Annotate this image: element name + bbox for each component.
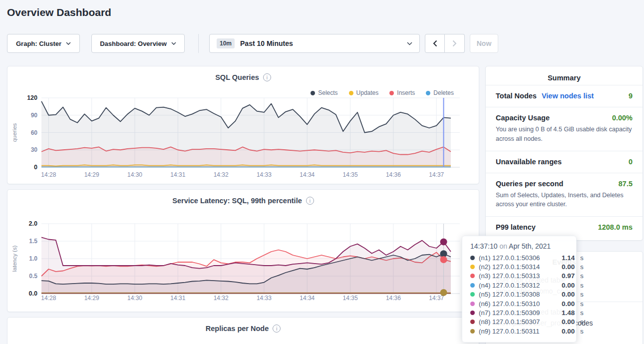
stat-value: 87.5 [619, 180, 633, 188]
svg-text:14:30: 14:30 [127, 295, 142, 302]
p99-latency-stat: P99 latency 1208.0 ms [486, 216, 643, 238]
controls-divider [198, 34, 199, 53]
tooltip-row: (n4) 127.0.0.1:503120.00s [470, 281, 568, 290]
series-color-dot [470, 329, 475, 334]
next-range-button[interactable] [445, 34, 465, 53]
sql-queries-chart[interactable]: 14:2814:2914:3014:3114:3214:3314:3414:35… [10, 88, 475, 181]
svg-text:14:30: 14:30 [127, 171, 142, 178]
chevron-down-icon [171, 42, 176, 45]
service-latency-chart[interactable]: 14:2814:2914:3014:3114:3214:3314:3414:35… [10, 214, 475, 305]
svg-text:14:32: 14:32 [214, 171, 229, 178]
svg-text:1.0: 1.0 [29, 255, 37, 262]
svg-text:14:33: 14:33 [257, 295, 272, 302]
total-nodes-stat: Total Nodes View nodes list 9 [486, 85, 643, 107]
svg-text:14:31: 14:31 [170, 171, 185, 178]
tooltip-row: (n8) 127.0.0.1:503070.00s [470, 318, 568, 327]
svg-text:1.5: 1.5 [29, 238, 37, 245]
svg-text:14:37: 14:37 [429, 295, 444, 302]
tooltip-value: 0.00 [562, 282, 575, 289]
series-color-dot [470, 320, 475, 324]
dashboard-dropdown[interactable]: Dashboard: Overview [91, 34, 185, 53]
chart-title: SQL Queries [215, 73, 259, 81]
tooltip-node-label: (n5) 127.0.0.1:50308 [479, 291, 558, 298]
series-color-dot [470, 283, 475, 288]
stat-description: Sum of Selects, Updates, Inserts, and De… [496, 191, 633, 210]
svg-text:90: 90 [31, 112, 38, 119]
stat-value: 0 [629, 158, 633, 166]
view-nodes-list-link[interactable]: View nodes list [542, 92, 594, 100]
stat-label: P99 latency [496, 223, 536, 231]
tooltip-unit: s [580, 282, 584, 289]
svg-text:14:32: 14:32 [214, 295, 229, 302]
tooltip-row: (n1) 127.0.0.1:503061.14s [470, 253, 568, 262]
tooltip-unit: s [580, 272, 584, 280]
tooltip-value: 0.00 [562, 300, 575, 308]
tooltip-unit: s [580, 300, 584, 308]
svg-text:14:29: 14:29 [84, 171, 99, 178]
series-color-dot [470, 302, 475, 306]
info-icon[interactable]: i [273, 325, 281, 333]
prev-range-button[interactable] [425, 34, 445, 53]
svg-text:14:31: 14:31 [170, 295, 185, 302]
info-icon[interactable]: i [263, 73, 271, 81]
time-range-badge: 10m [217, 38, 235, 48]
stat-label: Queries per second [496, 180, 563, 188]
unavailable-ranges-stat: Unavailable ranges 0 [486, 151, 643, 173]
stat-value: 0.00% [612, 114, 633, 122]
time-range-picker[interactable]: 10m Past 10 Minutes [209, 34, 420, 53]
tooltip-node-label: (n7) 127.0.0.1:50309 [479, 309, 558, 317]
series-color-dot [470, 265, 475, 269]
tooltip-node-label: (n2) 127.0.0.1:50314 [479, 263, 558, 271]
service-latency-card: Service Latency: SQL, 99th percentile i … [7, 189, 479, 312]
tooltip-timestamp: 14:37:10 on Apr 5th, 2021 [470, 242, 568, 250]
chevron-down-icon [407, 42, 412, 45]
stat-description: You are using 0 B of 4.5 GiB usable disk… [496, 125, 633, 144]
svg-text:2.0: 2.0 [29, 220, 37, 227]
tooltip-value: 0.00 [562, 318, 575, 326]
chevron-right-icon [452, 40, 457, 47]
chart-title: Replicas per Node [206, 325, 269, 333]
series-color-dot [470, 256, 475, 260]
tooltip-unit: s [580, 263, 584, 271]
chart-hover-tooltip: 14:37:10 on Apr 5th, 2021 (n1) 127.0.0.1… [462, 236, 577, 343]
svg-text:14:33: 14:33 [257, 171, 272, 178]
svg-text:14:34: 14:34 [300, 171, 315, 178]
svg-text:14:36: 14:36 [386, 171, 401, 178]
stat-label: Total Nodes [496, 92, 537, 100]
stat-value: 1208.0 ms [598, 223, 633, 231]
tooltip-row: (n7) 127.0.0.1:503091.48s [470, 308, 568, 317]
series-color-dot [470, 274, 475, 278]
now-button[interactable]: Now [470, 34, 498, 53]
svg-text:14:28: 14:28 [41, 171, 56, 178]
svg-text:0.0: 0.0 [29, 290, 37, 297]
tooltip-row: (n2) 127.0.0.1:503140.00s [470, 262, 568, 271]
tooltip-unit: s [580, 254, 584, 262]
svg-text:0.5: 0.5 [29, 273, 37, 280]
tooltip-node-label: (n9) 127.0.0.1:50311 [479, 328, 558, 335]
tooltip-node-label: (n4) 127.0.0.1:50312 [479, 282, 558, 289]
queries-per-second-stat: Queries per second 87.5 Sum of Selects, … [486, 173, 643, 217]
tooltip-row: (n5) 127.0.0.1:503080.00s [470, 290, 568, 299]
svg-text:60: 60 [31, 129, 38, 136]
tooltip-value: 0.00 [562, 328, 575, 335]
svg-text:14:37: 14:37 [429, 171, 444, 178]
tooltip-row: (n6) 127.0.0.1:503100.00s [470, 299, 568, 308]
replicas-per-node-card: Replicas per Node i [7, 317, 479, 344]
tooltip-unit: s [580, 328, 584, 335]
svg-text:14:29: 14:29 [84, 295, 99, 302]
graph-dropdown[interactable]: Graph: Cluster [7, 34, 80, 53]
info-icon[interactable]: i [306, 197, 314, 205]
chart-title: Service Latency: SQL, 99th percentile [172, 197, 302, 205]
series-color-dot [470, 292, 475, 297]
svg-text:14:35: 14:35 [343, 171, 358, 178]
chevron-down-icon [66, 42, 71, 45]
tooltip-unit: s [580, 291, 584, 298]
svg-text:14:34: 14:34 [300, 295, 315, 302]
svg-text:latency (s): latency (s) [11, 245, 17, 272]
tooltip-value: 0.97 [562, 272, 575, 280]
svg-text:0: 0 [34, 164, 37, 171]
tooltip-node-label: (n8) 127.0.0.1:50307 [479, 318, 558, 326]
tooltip-unit: s [580, 309, 584, 317]
svg-text:120: 120 [27, 94, 37, 101]
dashboard-dropdown-label: Dashboard: Overview [100, 40, 167, 47]
